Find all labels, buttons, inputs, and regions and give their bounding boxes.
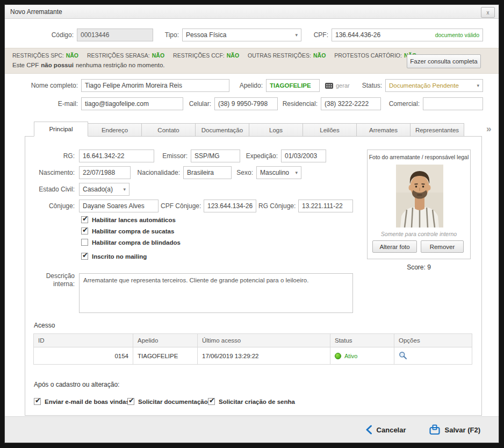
close-button[interactable]: x [481,7,495,18]
email-field[interactable]: tiago@tiagofelipe.com [81,97,183,110]
tab-logs[interactable]: Logs [249,123,303,137]
celular-field[interactable]: (38) 9 9950-7998 [214,97,278,110]
check-icon: ✔ [35,396,41,404]
checkbox-box[interactable]: ✔ [81,239,88,246]
checkbox-box[interactable]: ✔ [81,216,88,223]
principal-tab-panel: RG: 16.641.342-22 Emissor: SSP/MG Expedi… [25,136,482,416]
active-status-icon [335,353,341,359]
cpf-conjuge-label: CPF Cônjuge: [161,200,200,212]
acesso-row[interactable]: 0154 TIAGOFELIPE 17/06/2019 13:29:22 Ati… [34,347,472,365]
checkbox-box[interactable]: ✔ [127,398,134,405]
tab-arremates[interactable]: Arremates [356,123,411,137]
checkbox-box[interactable]: ✔ [208,398,215,405]
comercial-label: Comercial: [386,97,420,110]
tipo-label: Tipo: [160,29,179,41]
col-apelido: Apelido [133,334,198,347]
apelido-label: Apelido: [236,79,263,92]
acesso-header-row: ID Apelido Último acesso Status Opções [34,334,472,347]
emissor-field[interactable]: SSP/MG [191,150,240,162]
sexo-label: Sexo: [235,166,253,179]
restriction-serasa: RESTRIÇÕES SERASA:NÃO [87,52,164,59]
status-select[interactable]: Documentação Pendente ▾ [385,79,483,92]
acesso-table: ID Apelido Último acesso Status Opções 0… [33,333,472,365]
expedicao-field[interactable]: 01/03/2003 [281,150,326,162]
col-id: ID [34,334,133,347]
check-icon: ✔ [82,251,88,259]
tabs-overflow-icon[interactable]: » [486,124,491,134]
checkbox-email-boas-vindas[interactable]: ✔ Enviar e-mail de boas vindas [34,398,129,405]
rg-conjuge-label: RG Cônjuge: [258,200,295,212]
checkbox-box[interactable]: ✔ [34,398,41,405]
cell-ultimo-acesso: 17/06/2019 13:29:22 [198,347,330,365]
checkbox-box[interactable]: ✔ [81,227,88,234]
score-text: Score: 9 [367,264,471,271]
estado-civil-label: Estado Civil: [33,183,75,196]
conjuge-label: Cônjuge: [45,200,75,212]
tab-representantes[interactable]: Representantes [410,123,464,137]
after-save-title: Após o cadastro ou alteração: [34,381,119,388]
cpf-conjuge-field[interactable]: 123.644.134-26 [204,200,256,212]
conjuge-field[interactable]: Dayane Soares Alves [79,200,159,212]
alterar-foto-button[interactable]: Alterar foto [372,240,417,253]
sexo-select[interactable]: Masculino ▾ [256,166,301,179]
tab-contato[interactable]: Contato [141,123,196,137]
bidder-photo [396,165,443,227]
tipo-select[interactable]: Pessoa Física ▾ [182,29,301,41]
rg-field[interactable]: 16.641.342-22 [79,150,154,162]
checkbox-inscrito-mailing[interactable]: ✔ Inscrito no mailing [81,253,147,260]
photo-note: Somente para controle interno [368,231,470,237]
cell-apelido: TIAGOFELIPE [133,347,198,365]
cell-opcoes [394,347,472,365]
apelido-field[interactable]: TIAGOFELIPE [266,79,320,92]
identity-row-1: Nome completo: Tiago Felipe Amorim Morei… [5,79,499,92]
cpf-label: CPF: [309,29,328,41]
footer-bar: Cancelar Salvar (F2) [5,416,499,443]
estado-civil-select[interactable]: Casado(a) ▾ [79,183,129,196]
nome-field[interactable]: Tiago Felipe Amorim Moreira Reis [81,79,229,92]
emissor-label: Emissor: [157,150,188,162]
descricao-interna-textarea[interactable]: Arrematante que representa terceiros. Cl… [79,273,353,313]
tab-endereco[interactable]: Endereço [88,123,142,137]
keyboard-icon [325,83,333,89]
checkbox-box[interactable]: ✔ [81,253,88,260]
checkbox-compra-sucatas[interactable]: ✔ Habilitar compra de sucatas [81,227,174,234]
codigo-field[interactable]: 00013446 [77,29,153,41]
gerar-apelido-button[interactable]: gerar [325,79,350,92]
checkbox-compra-blindados[interactable]: ✔ Habilitar compra de blindados [81,239,181,246]
residencial-label: Residencial: [281,97,318,110]
chevron-down-icon: ▾ [123,187,126,192]
nacionalidade-field[interactable]: Brasileira [183,166,232,179]
rg-conjuge-field[interactable]: 13.221.111-22 [298,200,353,212]
restrictions-summary: Este CPF não possui nenhuma restrição no… [12,62,164,68]
chevron-left-icon [365,425,372,435]
tab-documentacao[interactable]: Documentação [195,123,249,137]
tab-principal[interactable]: Principal [34,122,88,137]
comercial-field[interactable] [423,97,483,110]
close-icon: x [487,10,489,16]
restriction-outras: OUTRAS RESTRIÇÕES:NÃO [248,52,326,59]
checkbox-solicitar-documentacao[interactable]: ✔ Solicitar documentação [127,398,208,405]
chevron-down-icon: ▾ [477,83,479,88]
remover-foto-button[interactable]: Remover [421,240,464,253]
nascimento-label: Nascimento: [36,166,75,179]
cpf-valid-badge: documento válido [435,32,479,38]
nascimento-field[interactable]: 22/07/1988 [79,166,131,179]
codigo-label: Código: [26,29,74,41]
dialog-title: Novo Arrematante [10,8,62,16]
consulta-completa-button[interactable]: Fazer consulta completa [407,54,481,68]
novo-arrematante-dialog: Novo Arrematante x Código: 00013446 Tipo… [4,4,499,443]
check-icon: ✔ [209,396,215,404]
tab-leiloes[interactable]: Leilões [303,123,357,137]
cancel-button[interactable]: Cancelar [365,425,406,435]
descricao-interna-label: Descrição interna: [35,272,75,288]
top-form-row: Código: 00013446 Tipo: Pessoa Física ▾ C… [5,29,499,41]
checkbox-lances-automaticos[interactable]: ✔ Habilitar lances automáticos [81,216,176,223]
residencial-field[interactable]: (38) 3222-2222 [321,97,381,110]
magnifier-icon[interactable] [399,351,407,360]
save-button[interactable]: Salvar (F2) [429,424,480,436]
cpf-field[interactable]: 136.644.436-26 documento válido [332,29,483,41]
chevron-down-icon: ▾ [295,32,298,38]
checkbox-solicitar-senha[interactable]: ✔ Solicitar criação de senha [208,398,295,405]
tab-bar: Principal Endereço Contato Documentação … [34,122,464,137]
nome-label: Nome completo: [25,79,78,92]
